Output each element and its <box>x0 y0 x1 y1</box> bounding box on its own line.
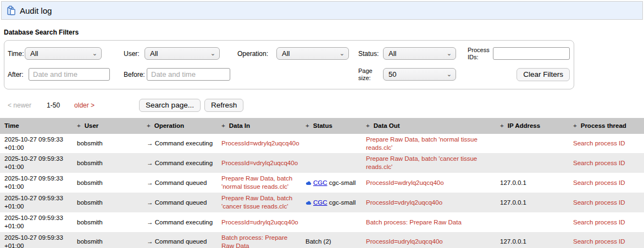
cell-ip-address <box>496 221 569 224</box>
clear-filters-button[interactable]: Clear Filters <box>517 68 570 81</box>
cell-user: bobsmith <box>73 157 142 169</box>
cgc-link[interactable]: CGC <box>313 199 327 206</box>
cell-time: 2025-10-27 09:59:33 +01:00 <box>0 232 73 248</box>
column-header-label: User <box>85 122 99 129</box>
user-filter-value: All <box>150 49 158 58</box>
table-row: 2025-10-27 09:59:33 +01:00bobsmith→ Comm… <box>0 153 644 173</box>
time-filter-value: All <box>30 49 38 58</box>
cell-time: 2025-10-27 09:59:33 +01:00 <box>0 193 73 212</box>
column-header-label: Data Out <box>374 122 400 129</box>
search-page-button[interactable]: Search page... <box>139 99 201 112</box>
cell-data-in[interactable]: Prepare Raw Data, batch 'cancer tissue r… <box>217 193 301 212</box>
cell-data-out[interactable]: ProcessId=vdrylq2uqcq40o <box>362 197 496 208</box>
column-header-process-thread[interactable]: +Process thread <box>569 121 640 131</box>
status-filter-label: Status: <box>358 50 383 58</box>
column-resize-handle[interactable]: + <box>500 122 504 129</box>
operation-filter-select[interactable]: All ⌄ <box>276 47 349 60</box>
table-row: 2025-10-27 09:59:33 +01:00bobsmith→ Comm… <box>0 232 644 248</box>
search-process-id-link[interactable]: Search process ID <box>573 140 625 146</box>
cell-data-out[interactable]: Prepare Raw Data, batch 'normal tissue r… <box>362 134 496 154</box>
search-process-id-link[interactable]: Search process ID <box>573 160 625 166</box>
column-resize-handle[interactable]: + <box>573 122 577 129</box>
cell-time: 2025-10-27 09:59:33 +01:00 <box>0 173 73 193</box>
cell-status: CGC cgc-small <box>301 177 362 189</box>
cell-time: 2025-10-27 09:59:33 +01:00 <box>0 212 73 232</box>
table-body: 2025-10-27 09:59:33 +01:00bobsmith→ Comm… <box>0 134 644 248</box>
cell-ip-address: 127.0.0.1 <box>496 177 569 189</box>
user-filter-label: User: <box>124 50 145 58</box>
cell-process-thread: Search process ID <box>569 217 640 228</box>
cell-status <box>301 221 362 224</box>
column-header-label: Data In <box>229 122 250 129</box>
search-process-id-link[interactable]: Search process ID <box>573 199 625 206</box>
before-date-input[interactable] <box>147 68 230 81</box>
cell-ip-address: 127.0.0.1 <box>496 197 569 208</box>
cell-data-in[interactable]: ProcessId=vdrylq2uqcq40o <box>217 157 301 169</box>
search-process-id-link[interactable]: Search process ID <box>573 219 625 226</box>
search-process-id-link[interactable]: Search process ID <box>573 238 625 245</box>
column-header-label: Time <box>4 122 19 129</box>
cell-ip-address <box>496 142 569 145</box>
cell-data-in[interactable]: Batch process: Prepare Raw Data <box>217 232 301 248</box>
filters-section-title: Database Search Filters <box>4 29 644 36</box>
time-filter-select[interactable]: All ⌄ <box>25 47 102 60</box>
column-header-user[interactable]: +User <box>73 121 142 131</box>
column-resize-handle[interactable]: + <box>221 122 225 129</box>
cell-data-in[interactable]: Prepare Raw Data, batch 'normal tissue r… <box>217 173 301 193</box>
search-process-id-link[interactable]: Search process ID <box>573 179 625 186</box>
cell-user: bobsmith <box>73 236 142 247</box>
table-header: Time+User+Operation+Data In+Status+Data … <box>0 118 644 134</box>
filters-panel: Time: All ⌄ User: All ⌄ Operation: All ⌄… <box>4 40 574 89</box>
refresh-button[interactable]: Refresh <box>204 99 243 112</box>
table-row: 2025-10-27 09:59:33 +01:00bobsmith→ Comm… <box>0 193 644 212</box>
cell-data-out[interactable]: ProcessId=udrylq2uqcq40o <box>362 236 496 247</box>
column-header-status[interactable]: +Status <box>301 121 362 131</box>
column-resize-handle-end[interactable]: + <box>640 121 644 131</box>
cell-status <box>301 161 362 165</box>
cell-data-in[interactable]: ProcessId=udrylq2uqcq40o <box>217 217 301 228</box>
cell-operation: → Command executing <box>142 138 217 149</box>
page-title: Audit log <box>20 6 52 15</box>
column-resize-handle[interactable]: + <box>77 122 81 129</box>
status-filter-select[interactable]: All ⌄ <box>383 47 456 60</box>
user-filter-select[interactable]: All ⌄ <box>145 47 220 60</box>
cell-data-out[interactable]: Batch process: Prepare Raw Data <box>362 217 496 228</box>
before-filter-label: Before: <box>124 71 147 78</box>
filters-row-2: After: Before: Page size: 50 ⌄ Clear Fil… <box>8 67 570 81</box>
page-size-select[interactable]: 50 ⌄ <box>383 68 456 81</box>
table-row: 2025-10-27 09:59:33 +01:00bobsmith→ Comm… <box>0 173 644 193</box>
cell-process-thread: Search process ID <box>569 138 640 149</box>
chevron-down-icon: ⌄ <box>340 50 345 57</box>
process-ids-input[interactable] <box>493 47 570 60</box>
cell-data-out[interactable]: Prepare Raw Data, batch 'cancer tissue r… <box>362 153 496 173</box>
after-date-input[interactable] <box>29 68 110 81</box>
column-header-operation[interactable]: +Operation <box>142 121 217 131</box>
cell-status <box>301 142 362 145</box>
column-resize-handle[interactable]: + <box>366 122 370 129</box>
cell-status: CGC cgc-small <box>301 197 362 208</box>
page-size-value: 50 <box>388 70 396 78</box>
titlebar: Audit log <box>1 1 643 20</box>
time-filter-label: Time: <box>8 50 25 58</box>
process-ids-label: Process IDs: <box>468 47 493 60</box>
older-link[interactable]: older > <box>74 102 95 109</box>
column-header-ip-address[interactable]: +IP Address <box>496 121 569 131</box>
column-resize-handle[interactable]: + <box>147 122 151 129</box>
filters-row-1: Time: All ⌄ User: All ⌄ Operation: All ⌄… <box>8 47 570 60</box>
page-size-label: Page size: <box>358 67 383 81</box>
table-row: 2025-10-27 09:59:33 +01:00bobsmith→ Comm… <box>0 212 644 232</box>
chevron-down-icon: ⌄ <box>210 50 215 57</box>
column-header-time[interactable]: Time <box>0 121 73 131</box>
cell-operation: → Command executing <box>142 157 217 169</box>
cell-data-in[interactable]: ProcessId=wdrylq2uqcq40o <box>217 138 301 149</box>
cgc-link[interactable]: CGC <box>313 179 327 186</box>
cell-process-thread: Search process ID <box>569 236 640 247</box>
column-resize-handle[interactable]: + <box>306 122 309 129</box>
newer-link[interactable]: < newer <box>8 102 31 109</box>
column-header-data-in[interactable]: +Data In <box>217 121 301 131</box>
cell-data-out[interactable]: ProcessId=wdrylq2uqcq40o <box>362 177 496 189</box>
page-range: 1-50 <box>47 102 60 109</box>
cell-process-thread: Search process ID <box>569 197 640 208</box>
column-header-data-out[interactable]: +Data Out <box>362 121 496 131</box>
cell-user: bobsmith <box>73 197 142 208</box>
